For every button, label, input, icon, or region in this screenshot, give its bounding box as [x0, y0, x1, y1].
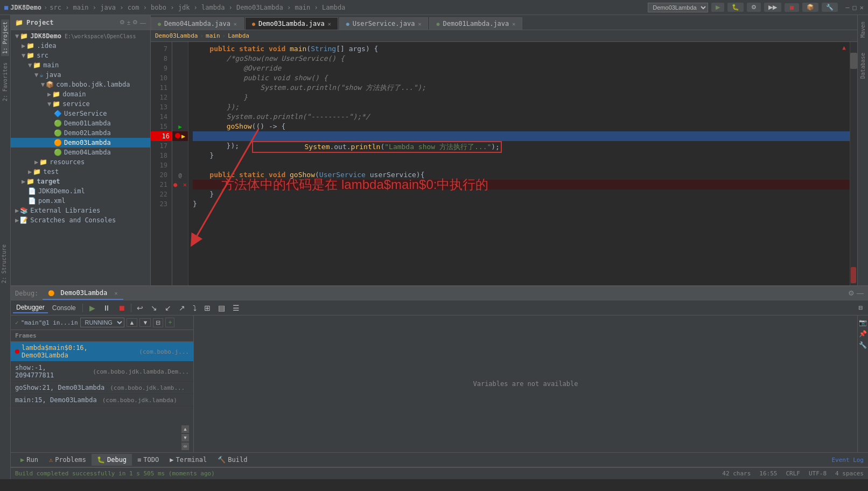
- debugger-tab-btn[interactable]: Debugger: [13, 303, 48, 313]
- tree-item-demo03[interactable]: 🟠 Demo03Lambda: [11, 138, 150, 148]
- tree-item-demo04[interactable]: 🟢 Demo04Lambda: [11, 148, 150, 157]
- tree-item-pom[interactable]: 📄 pom.xml: [11, 196, 150, 206]
- tree-item-demo02[interactable]: 🟢 Demo02Lambda: [11, 128, 150, 138]
- btab-terminal[interactable]: ▶ Terminal: [164, 454, 212, 466]
- thread-state-select[interactable]: RUNNING: [80, 318, 124, 327]
- filter-frames-btn[interactable]: ⊟: [153, 318, 163, 327]
- close-panel-button[interactable]: —: [140, 19, 146, 26]
- code-line-19: [193, 160, 853, 170]
- resume-btn[interactable]: ▶: [86, 303, 99, 313]
- scroll-frame-down[interactable]: ▼: [181, 434, 189, 441]
- tree-item-package[interactable]: ▼ 📦 com.bobo.jdk.lambda: [11, 80, 150, 89]
- vtab-project[interactable]: 1: Project: [1, 19, 9, 56]
- tree-item-userservice[interactable]: 🔷 UserService: [11, 109, 150, 118]
- editor-scrollbar[interactable]: [850, 42, 857, 285]
- indent[interactable]: 4 spaces: [835, 470, 864, 477]
- tree-item-main[interactable]: ▼ 📁 main: [11, 60, 150, 70]
- frames-view-btn[interactable]: ▤: [215, 303, 228, 313]
- tree-item-target[interactable]: ▶ 📁 target: [11, 177, 150, 186]
- tab-close-demo01[interactable]: ✕: [512, 21, 515, 27]
- btab-run[interactable]: ▶ Run: [15, 454, 44, 466]
- code-editor[interactable]: 7 8 9 10 11 12 13 14 15 16 17 18 19 20: [151, 42, 857, 285]
- gutter-21[interactable]: ● ✕: [172, 180, 188, 190]
- gutter-16[interactable]: ▶: [172, 131, 188, 141]
- tree-item-jdk8demo[interactable]: ▼ 📁 JDK8Demo E:\workspace\OpenClass: [11, 31, 150, 41]
- line-sep[interactable]: CRLF: [786, 470, 800, 477]
- bc-item-lambda[interactable]: Lambda: [228, 32, 249, 39]
- tree-item-service[interactable]: ▼ 📁 service: [11, 99, 150, 109]
- tab-close-demo03[interactable]: ✕: [328, 21, 331, 27]
- variables-view-btn[interactable]: ☰: [229, 303, 243, 313]
- wrench-button[interactable]: 🔧: [822, 3, 838, 12]
- run-button[interactable]: ▶: [711, 3, 724, 12]
- bc-item-method[interactable]: main: [206, 32, 220, 39]
- vtab-database[interactable]: Database: [859, 51, 867, 81]
- debug-wrench-icon[interactable]: 🔧: [858, 340, 868, 350]
- debug-settings-btn[interactable]: ⚙: [848, 289, 855, 297]
- btab-problems[interactable]: ⚠ Problems: [44, 454, 92, 466]
- tab-demo03lambda[interactable]: ● Demo03Lambda.java ✕: [245, 17, 338, 30]
- step-into-btn[interactable]: ↘: [148, 303, 160, 313]
- debug-pin-icon[interactable]: 📌: [858, 329, 868, 339]
- tree-item-ext-libs[interactable]: ▶ 📚 External Libraries: [11, 206, 150, 215]
- package-icon: 📦: [46, 81, 54, 88]
- event-log-label[interactable]: Event Log: [831, 457, 864, 464]
- bc-item-class[interactable]: Demo03Lambda: [155, 32, 198, 39]
- scroll-frame-up[interactable]: ▲: [181, 425, 189, 433]
- vtab-structure[interactable]: 2: Structure: [0, 242, 8, 285]
- btab-todo[interactable]: ≡ TODO: [132, 454, 164, 466]
- btab-build[interactable]: 🔨 Build: [212, 454, 253, 466]
- tab-demo01lambda[interactable]: ● Demo01Lambda.java ✕: [429, 17, 522, 30]
- tab-userservice[interactable]: ● UserService.java ✕: [339, 17, 429, 30]
- vtab-favorites[interactable]: 2: Favorites: [1, 60, 9, 103]
- gear-button[interactable]: ⚙: [132, 19, 138, 26]
- frame-up-btn[interactable]: ▲: [127, 318, 138, 327]
- tree-item-resources[interactable]: ▶ 📁 resources: [11, 157, 150, 167]
- tab-demo04lambda[interactable]: ● Demo04Lambda.java ✕: [151, 17, 244, 30]
- console-tab-btn[interactable]: Console: [49, 303, 79, 313]
- tree-item-java[interactable]: ▼ ☕ java: [11, 70, 150, 80]
- frame-2[interactable]: goShow:21, Demo03Lambda (com.bobo.jdk.la…: [11, 382, 193, 394]
- tree-item-src[interactable]: ▼ 📁 src: [11, 51, 150, 60]
- scroll-frame-link[interactable]: ∞: [181, 443, 189, 450]
- debug-session-tab[interactable]: 🟠 Demo03Lambda ✕: [43, 287, 123, 300]
- frame-1[interactable]: show:-1, 2094777811 (com.bobo.jdk.lambda…: [11, 362, 193, 382]
- btab-debug[interactable]: 🐛 Debug: [92, 454, 132, 466]
- build-button[interactable]: 📦: [802, 3, 818, 12]
- frame-3[interactable]: main:15, Demo03Lambda (com.bobo.jdk.lamb…: [11, 394, 193, 406]
- debug-close-btn[interactable]: —: [857, 289, 864, 297]
- stop-button[interactable]: ⏹: [785, 3, 799, 12]
- frame-down-btn[interactable]: ▼: [139, 318, 151, 327]
- tab-close-demo04[interactable]: ✕: [234, 21, 237, 27]
- run-to-cursor-btn[interactable]: ⤵: [190, 303, 200, 313]
- scrollbar-thumb[interactable]: [850, 53, 857, 69]
- tree-label-userservice: UserService: [64, 110, 107, 117]
- force-step-into-btn[interactable]: ↙: [162, 303, 174, 313]
- tree-item-test[interactable]: ▶ 📁 test: [11, 167, 150, 177]
- run-config-select[interactable]: Demo03Lambda: [648, 3, 708, 12]
- code-content[interactable]: public static void main(String[] args) {…: [188, 42, 857, 285]
- tab-close-userservice[interactable]: ✕: [418, 21, 421, 27]
- sync-button[interactable]: ⚙: [120, 19, 125, 26]
- debug-session-close[interactable]: ✕: [115, 290, 118, 296]
- stop-debug-btn[interactable]: ⏹: [115, 303, 129, 313]
- tree-item-demo01[interactable]: 🟢 Demo01Lambda: [11, 118, 150, 128]
- tree-item-iml[interactable]: 📄 JDK8Demo.iml: [11, 186, 150, 196]
- tree-item-scratches[interactable]: ▶ 📝 Scratches and Consoles: [11, 215, 150, 225]
- debug-button[interactable]: 🐛: [727, 3, 744, 12]
- add-frame-btn[interactable]: +: [165, 318, 174, 327]
- run-with-coverage-button[interactable]: ▶▶: [764, 3, 781, 12]
- vtab-maven[interactable]: Maven: [859, 19, 867, 40]
- encoding[interactable]: UTF-8: [809, 470, 827, 477]
- debug-camera-icon[interactable]: 📷: [858, 318, 868, 327]
- collapse-button[interactable]: ±: [127, 19, 130, 26]
- restore-layout-btn[interactable]: ⊟: [855, 304, 866, 312]
- evaluate-btn[interactable]: ⊞: [201, 303, 214, 313]
- tree-item-domain[interactable]: ▶ 📁 domain: [11, 89, 150, 99]
- settings-button[interactable]: ⚙: [747, 3, 761, 12]
- step-out-btn[interactable]: ↗: [176, 303, 188, 313]
- frame-0[interactable]: lambda$main$0:16, Demo03Lambda (com.bobo…: [11, 342, 193, 362]
- step-over-btn[interactable]: ↩: [134, 303, 146, 313]
- tree-item-idea[interactable]: ▶ 📁 .idea: [11, 41, 150, 51]
- pause-btn[interactable]: ⏸: [100, 303, 114, 313]
